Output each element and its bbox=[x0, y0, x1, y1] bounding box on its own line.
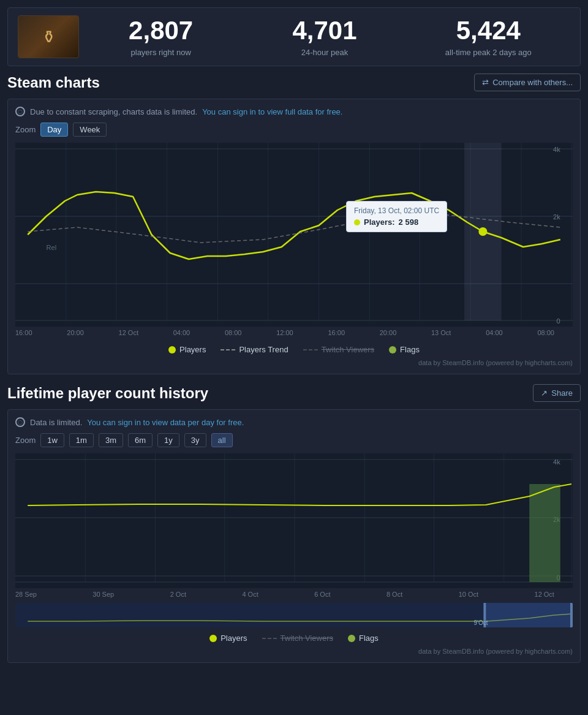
flags-legend-label: Flags bbox=[400, 345, 420, 354]
x-label-9: 04:00 bbox=[486, 329, 503, 336]
legend-players: Players bbox=[168, 345, 206, 354]
lifetime-notice-link[interactable]: You can sign in to view data per day for… bbox=[87, 418, 244, 427]
chart-legend: Players Players Trend Twitch Viewers Fla… bbox=[15, 345, 573, 354]
zoom-1y-button[interactable]: 1y bbox=[157, 433, 179, 447]
lifetime-legend: Players Twitch Viewers Flags bbox=[15, 634, 573, 643]
lifetime-chart-svg: 4k 2k 0 bbox=[15, 453, 573, 588]
zoom-label: Zoom bbox=[15, 125, 36, 134]
tooltip-players-value: 2 598 bbox=[399, 218, 419, 227]
steam-charts-section: Steam charts ⇄ Compare with others... ◌ … bbox=[7, 74, 581, 374]
main-chart-svg: 4k 2k 0 Rel bbox=[15, 143, 573, 327]
trend-legend-label: Players Trend bbox=[239, 345, 288, 354]
players-legend-label: Players bbox=[179, 345, 206, 354]
game-logo bbox=[18, 15, 79, 58]
share-label: Share bbox=[551, 388, 573, 398]
lifetime-notice: ◌ Data is limited. You can sign in to vi… bbox=[15, 417, 573, 427]
alltime-peak-label: all-time peak 2 days ago bbox=[407, 48, 570, 57]
lifetime-attribution: data by SteamDB.info (powered by highcha… bbox=[15, 648, 573, 655]
zoom-1m-button[interactable]: 1m bbox=[69, 433, 94, 447]
svg-rect-40 bbox=[15, 603, 486, 627]
x-label-4: 08:00 bbox=[225, 329, 242, 336]
lt-legend-players: Players bbox=[209, 634, 247, 643]
lt-x-0: 28 Sep bbox=[15, 591, 37, 598]
navigator-svg bbox=[15, 603, 573, 627]
zoom-3m-button[interactable]: 3m bbox=[99, 433, 123, 447]
compare-button[interactable]: ⇄ Compare with others... bbox=[474, 74, 581, 91]
lt-x-1: 30 Sep bbox=[92, 591, 114, 598]
lifetime-header: Lifetime player count history ↗ Share bbox=[7, 384, 581, 402]
x-label-5: 12:00 bbox=[276, 329, 293, 336]
lt-flags-label: Flags bbox=[359, 634, 379, 643]
trend-legend-dash bbox=[221, 349, 235, 350]
share-icon: ↗ bbox=[541, 388, 548, 398]
x-label-6: 16:00 bbox=[328, 329, 345, 336]
peak-24h-label: 24-hour peak bbox=[243, 48, 406, 57]
flags-legend-dot bbox=[389, 346, 396, 354]
lifetime-section: Lifetime player count history ↗ Share ◌ … bbox=[7, 384, 581, 663]
notice-text: Due to constant scraping, charts data is… bbox=[30, 107, 197, 116]
x-label-3: 04:00 bbox=[173, 329, 190, 336]
zoom-week-button[interactable]: Week bbox=[73, 123, 107, 137]
svg-point-21 bbox=[479, 228, 486, 235]
x-label-1: 20:00 bbox=[67, 329, 84, 336]
chart-tooltip: Friday, 13 Oct, 02:00 UTC Players: 2 598 bbox=[346, 201, 447, 232]
tooltip-date: Friday, 13 Oct, 02:00 UTC bbox=[354, 206, 439, 215]
stat-alltime-peak: 5,424 all-time peak 2 days ago bbox=[407, 17, 570, 56]
players-legend-dot bbox=[168, 346, 176, 354]
lt-flags-dot bbox=[348, 635, 355, 642]
notice-icon: ◌ bbox=[15, 107, 25, 116]
zoom-1w-button[interactable]: 1w bbox=[40, 433, 64, 447]
svg-rect-38 bbox=[529, 484, 560, 582]
lt-players-label: Players bbox=[221, 634, 247, 643]
charts-notice: ◌ Due to constant scraping, charts data … bbox=[15, 107, 573, 116]
lt-legend-twitch: Twitch Viewers bbox=[262, 634, 333, 643]
svg-text:2k: 2k bbox=[553, 213, 560, 221]
twitch-legend-dash bbox=[303, 349, 318, 350]
share-button[interactable]: ↗ Share bbox=[533, 384, 581, 402]
notice-link[interactable]: You can sign in to view full data for fr… bbox=[202, 107, 342, 116]
lt-x-5: 8 Oct bbox=[386, 591, 402, 598]
lt-x-4: 6 Oct bbox=[314, 591, 330, 598]
lifetime-chart-area: 4k 2k 0 bbox=[15, 453, 573, 588]
x-label-7: 20:00 bbox=[380, 329, 397, 336]
lifetime-zoom-controls: Zoom 1w 1m 3m 6m 1y 3y all bbox=[15, 433, 573, 447]
stat-peak-24h: 4,701 24-hour peak bbox=[243, 17, 406, 56]
svg-text:4k: 4k bbox=[553, 146, 560, 153]
legend-flags: Flags bbox=[389, 345, 420, 354]
svg-text:Rel: Rel bbox=[47, 244, 57, 251]
tooltip-players-label: Players: bbox=[364, 218, 395, 227]
x-axis-labels: 16:00 20:00 12 Oct 04:00 08:00 12:00 16:… bbox=[15, 327, 573, 339]
legend-twitch: Twitch Viewers bbox=[303, 345, 374, 354]
lifetime-title: Lifetime player count history bbox=[7, 385, 208, 402]
compare-icon: ⇄ bbox=[482, 78, 489, 87]
peak-24h-value: 4,701 bbox=[243, 17, 406, 45]
tooltip-value: Players: 2 598 bbox=[354, 218, 439, 227]
lt-x-7: 12 Oct bbox=[535, 591, 554, 598]
zoom-day-button[interactable]: Day bbox=[40, 123, 68, 137]
compare-label: Compare with others... bbox=[492, 78, 573, 87]
svg-rect-22 bbox=[15, 453, 573, 588]
zoom-3y-button[interactable]: 3y bbox=[184, 433, 206, 447]
navigator-area[interactable]: 9'Oct bbox=[15, 603, 573, 627]
zoom-6m-button[interactable]: 6m bbox=[128, 433, 153, 447]
main-chart-area: 4k 2k 0 Rel Friday, 13 Oct, 02:00 UTC Pl bbox=[15, 143, 573, 327]
navigator-label: 9'Oct bbox=[473, 619, 488, 626]
zoom-all-button[interactable]: all bbox=[211, 433, 233, 447]
svg-rect-41 bbox=[486, 603, 573, 627]
lt-legend-flags: Flags bbox=[348, 634, 379, 643]
twitch-legend-label: Twitch Viewers bbox=[322, 345, 374, 354]
lt-twitch-dash bbox=[262, 638, 277, 639]
stat-players-now: 2,807 players right now bbox=[79, 17, 243, 56]
x-label-8: 13 Oct bbox=[431, 329, 451, 336]
lt-x-3: 4 Oct bbox=[242, 591, 258, 598]
players-now-value: 2,807 bbox=[79, 17, 243, 45]
x-label-10: 08:00 bbox=[537, 329, 554, 336]
stats-bar: 2,807 players right now 4,701 24-hour pe… bbox=[7, 7, 581, 66]
steam-charts-header: Steam charts ⇄ Compare with others... bbox=[7, 74, 581, 91]
lt-twitch-label: Twitch Viewers bbox=[281, 634, 333, 643]
legend-players-trend: Players Trend bbox=[221, 345, 288, 354]
lifetime-notice-text: Data is limited. bbox=[30, 418, 82, 427]
x-label-2: 12 Oct bbox=[119, 329, 138, 336]
charts-attribution: data by SteamDB.info (powered by highcha… bbox=[15, 359, 573, 366]
x-label-0: 16:00 bbox=[15, 329, 32, 336]
